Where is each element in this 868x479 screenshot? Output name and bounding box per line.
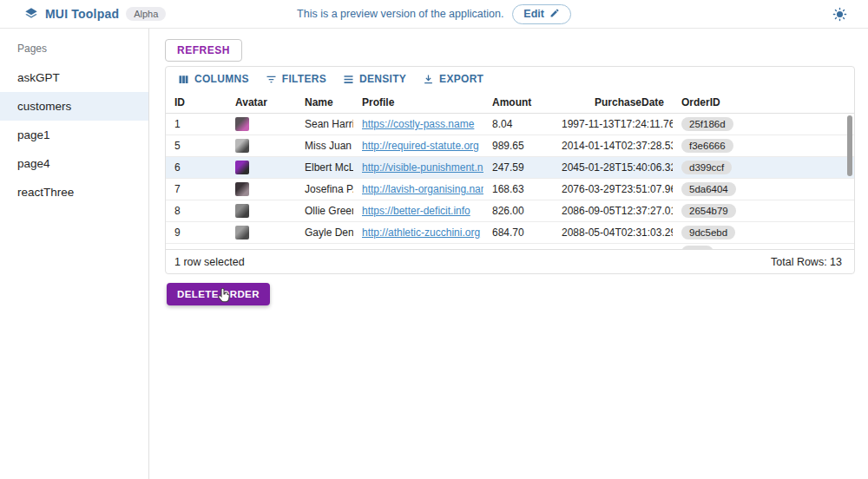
profile-link[interactable]: http://lavish-organising.name (362, 183, 483, 195)
avatar (235, 182, 249, 196)
cell-order-id: 2654b79 (673, 204, 786, 218)
cell-amount: 168.63 (483, 183, 562, 195)
alpha-badge: Alpha (126, 7, 166, 21)
app-title: MUI Toolpad (45, 7, 119, 21)
toolpad-logo-icon (24, 7, 38, 21)
cell-name: Josefina P... (296, 183, 353, 195)
vertical-scrollbar-thumb[interactable] (847, 115, 852, 176)
column-header-orderid[interactable]: OrderID (673, 96, 786, 108)
cell-avatar (227, 139, 296, 153)
total-rows: Total Rows: 13 (771, 256, 842, 268)
column-header-name[interactable]: Name (296, 96, 353, 108)
main-content: REFRESH COLUMNSFILTERSDENSITYEXPORT IDAv… (149, 29, 868, 479)
column-header-avatar[interactable]: Avatar (227, 96, 296, 108)
export-button[interactable]: EXPORT (416, 69, 490, 89)
brand-group: MUI Toolpad Alpha (0, 7, 166, 21)
theme-toggle-button[interactable] (832, 7, 847, 22)
sidebar-item-page1[interactable]: page1 (0, 121, 148, 149)
cell-profile: https://better-deficit.info (353, 205, 483, 217)
column-header-profile[interactable]: Profile (353, 96, 483, 108)
profile-link[interactable]: http://required-statute.org (362, 140, 479, 152)
toolbar-button-label: COLUMNS (194, 73, 249, 85)
order-id-chip: 25f186d (681, 117, 733, 131)
sidebar-item-reactThree[interactable]: reactThree (0, 178, 148, 207)
cell-order-id: d399ccf (673, 161, 786, 174)
avatar (235, 117, 249, 131)
sidebar-item-page4[interactable]: page4 (0, 149, 148, 178)
filter-icon (265, 73, 278, 86)
cell-id: 5 (166, 140, 227, 152)
cell-order-id: 25f186d (673, 117, 786, 131)
cell-id: 9 (166, 226, 227, 239)
cell-name: Ollie Green... (296, 205, 353, 217)
selection-status: 1 row selected (174, 256, 245, 268)
sidebar-header: Pages (0, 36, 148, 63)
density-button[interactable]: DENSITY (336, 69, 412, 89)
avatar (235, 226, 249, 240)
cell-id: 8 (166, 205, 227, 217)
grid-rows: 1Sean Harrishttps://costly-pass.name8.04… (166, 114, 854, 244)
cell-name: Miss Juan ... (296, 140, 353, 152)
edit-button-label: Edit (523, 8, 544, 20)
columns-button[interactable]: COLUMNS (171, 69, 255, 89)
cell-amount: 989.65 (483, 140, 562, 152)
cell-id: 6 (166, 161, 227, 174)
grid-footer: 1 row selected Total Rows: 13 (166, 249, 854, 273)
cell-id: 7 (166, 183, 227, 195)
cell-amount: 684.70 (483, 226, 562, 239)
view-columns-icon (177, 73, 190, 86)
cell-purchase-date: 1997-11-13T17:24:11.769Z (562, 118, 673, 130)
profile-link[interactable]: https://costly-pass.name (362, 118, 474, 130)
column-header-id[interactable]: ID (166, 96, 227, 108)
download-icon (422, 73, 435, 86)
cell-purchase-date: 2086-09-05T12:37:27.015Z (562, 205, 673, 217)
cell-order-id: 5da6404 (673, 182, 786, 196)
refresh-button[interactable]: REFRESH (165, 39, 242, 62)
pencil-icon (549, 8, 560, 21)
column-header-amount[interactable]: Amount (483, 96, 562, 108)
cell-avatar (227, 161, 296, 174)
avatar (235, 161, 249, 174)
topbar: MUI Toolpad Alpha This is a preview vers… (0, 0, 868, 29)
table-row[interactable]: 5Miss Juan ...http://required-statute.or… (166, 135, 854, 157)
grid-toolbar: COLUMNSFILTERSDENSITYEXPORT (166, 67, 854, 91)
table-row[interactable]: 8Ollie Green...https://better-deficit.in… (166, 200, 854, 222)
cell-amount: 247.59 (483, 161, 562, 174)
table-row[interactable]: 6Elbert McL...http://visible-punishment.… (166, 157, 854, 179)
filters-button[interactable]: FILTERS (259, 69, 332, 89)
toolbar-button-label: EXPORT (439, 73, 483, 85)
cell-avatar (227, 204, 296, 218)
order-id-chip: 9dc5ebd (681, 226, 735, 240)
cell-profile: http://athletic-zucchini.org (353, 226, 483, 239)
profile-link[interactable]: http://athletic-zucchini.org (362, 226, 480, 239)
table-row[interactable]: 1Sean Harrishttps://costly-pass.name8.04… (166, 114, 854, 135)
sidebar-item-customers[interactable]: customers (0, 92, 148, 121)
cell-profile: http://lavish-organising.name (353, 183, 483, 195)
grid-header-row: IDAvatarNameProfileAmountPurchaseDateOrd… (166, 91, 854, 114)
cell-avatar (227, 226, 296, 240)
table-row[interactable]: 7Josefina P...http://lavish-organising.n… (166, 179, 854, 200)
cell-avatar (227, 117, 296, 131)
cell-name: Sean Harris (296, 118, 353, 130)
profile-link[interactable]: https://better-deficit.info (362, 205, 470, 217)
avatar (235, 139, 249, 153)
delete-order-button[interactable]: DELETE ORDER (167, 283, 270, 305)
cell-amount: 826.00 (483, 205, 562, 217)
column-header-purchasedate[interactable]: PurchaseDate (562, 96, 673, 108)
sun-icon (832, 11, 847, 24)
data-grid: COLUMNSFILTERSDENSITYEXPORT IDAvatarName… (165, 66, 855, 274)
preview-banner-text: This is a preview version of the applica… (297, 8, 503, 20)
cell-purchase-date: 2076-03-29T23:51:07.968Z (562, 183, 673, 195)
sidebar-item-askGPT[interactable]: askGPT (0, 63, 148, 92)
cell-purchase-date: 2045-01-28T15:40:06.325Z (562, 161, 673, 174)
toolbar-button-label: FILTERS (282, 73, 326, 85)
cell-amount: 8.04 (483, 118, 562, 130)
cell-avatar (227, 182, 296, 196)
cell-profile: https://costly-pass.name (353, 118, 483, 130)
cell-purchase-date: 2088-05-04T02:31:03.294Z (562, 226, 673, 239)
table-row[interactable]: 9Gayle Den...http://athletic-zucchini.or… (166, 222, 854, 244)
profile-link[interactable]: http://visible-punishment.net (362, 161, 483, 174)
edit-button[interactable]: Edit (512, 4, 571, 24)
sidebar-pages-list: askGPTcustomerspage1page4reactThree (0, 63, 148, 207)
sidebar: Pages askGPTcustomerspage1page4reactThre… (0, 29, 149, 479)
